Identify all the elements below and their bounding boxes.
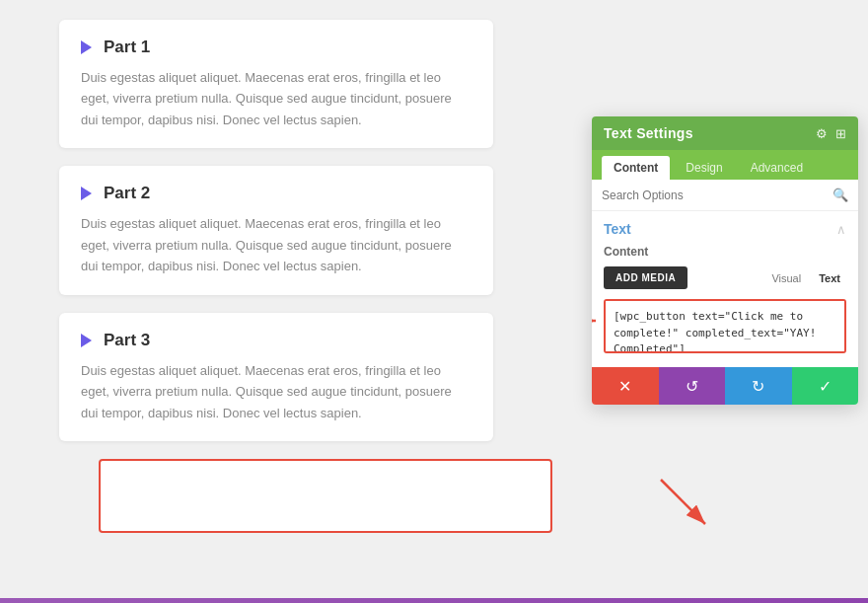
bottom-bar: [0, 598, 868, 603]
accordion-container: Part 1 Duis egestas aliquet aliquet. Mae…: [59, 20, 493, 441]
arrow-to-empty-box: [641, 470, 730, 539]
settings-panel: Text Settings ⚙ ⊞ Content Design Advance…: [592, 116, 858, 405]
cancel-button[interactable]: ✕: [592, 367, 659, 405]
accordion-arrow-1: [81, 40, 92, 54]
code-textarea[interactable]: [wpc_button text="Click me to complete!"…: [604, 299, 846, 353]
panel-header-icons: ⚙ ⊞: [816, 126, 846, 141]
accordion-item-1[interactable]: Part 1 Duis egestas aliquet aliquet. Mae…: [59, 20, 493, 148]
text-view-button[interactable]: Text: [813, 269, 846, 287]
accordion-header-3: Part 3: [81, 331, 471, 350]
main-content: Part 1 Duis egestas aliquet aliquet. Mae…: [0, 0, 552, 603]
accordion-title-1: Part 1: [104, 38, 150, 57]
tab-content[interactable]: Content: [602, 156, 670, 180]
panel-actions: ✕ ↺ ↻ ✓: [592, 367, 858, 405]
settings-icon[interactable]: ⚙: [816, 126, 828, 141]
chevron-up-icon: ∧: [836, 222, 846, 237]
view-buttons: Visual Text: [765, 269, 846, 287]
content-label: Content: [604, 245, 846, 259]
section-title: Text: [604, 221, 631, 237]
accordion-header-1: Part 1: [81, 38, 471, 57]
tab-advanced[interactable]: Advanced: [739, 156, 815, 180]
accordion-title-2: Part 2: [104, 184, 150, 203]
panel-title: Text Settings: [604, 125, 693, 141]
empty-box: [99, 459, 552, 533]
accordion-title-3: Part 3: [104, 331, 150, 350]
search-input[interactable]: [602, 188, 832, 202]
code-textarea-wrapper: [wpc_button text="Click me to complete!"…: [604, 299, 846, 357]
add-media-button[interactable]: ADD MEDIA: [604, 266, 687, 289]
expand-icon[interactable]: ⊞: [835, 126, 846, 141]
panel-search: 🔍: [592, 180, 858, 211]
redo-button[interactable]: ↻: [725, 367, 792, 405]
accordion-body-3: Duis egestas aliquet aliquet. Maecenas e…: [81, 360, 471, 423]
panel-section-header: Text ∧: [604, 221, 846, 237]
accordion-body-1: Duis egestas aliquet aliquet. Maecenas e…: [81, 67, 471, 130]
tab-design[interactable]: Design: [674, 156, 734, 180]
arrow-to-textarea: [592, 311, 602, 331]
accordion-arrow-3: [81, 334, 92, 347]
panel-section: Text ∧ Content ADD MEDIA Visual Text: [592, 211, 858, 289]
accordion-header-2: Part 2: [81, 184, 471, 203]
accordion-body-2: Duis egestas aliquet aliquet. Maecenas e…: [81, 213, 471, 276]
svg-line-1: [661, 480, 705, 524]
confirm-button[interactable]: ✓: [792, 367, 859, 405]
panel-header: Text Settings ⚙ ⊞: [592, 116, 858, 150]
visual-view-button[interactable]: Visual: [765, 269, 807, 287]
accordion-item-3[interactable]: Part 3 Duis egestas aliquet aliquet. Mae…: [59, 313, 493, 441]
accordion-arrow-2: [81, 187, 92, 200]
accordion-item-2[interactable]: Part 2 Duis egestas aliquet aliquet. Mae…: [59, 166, 493, 294]
add-media-row: ADD MEDIA Visual Text: [604, 266, 846, 289]
undo-button[interactable]: ↺: [659, 367, 726, 405]
panel-tabs: Content Design Advanced: [592, 150, 858, 180]
search-icon: 🔍: [832, 188, 848, 202]
